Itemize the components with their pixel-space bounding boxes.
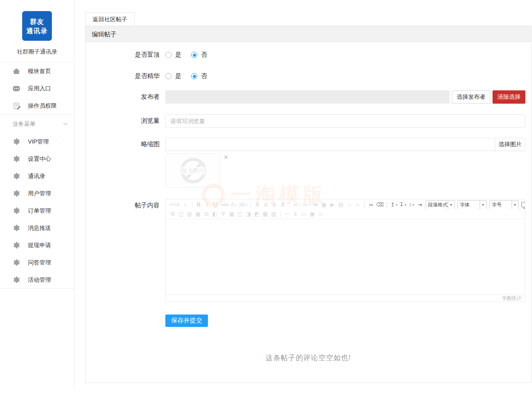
sidebar-section-business-menu[interactable]: 业务菜单: [0, 114, 74, 133]
align-right-icon[interactable]: ≣: [271, 200, 278, 209]
merge-cells-icon[interactable]: ▦: [228, 210, 235, 218]
ordered-list-icon[interactable]: ≔: [293, 200, 301, 210]
attachment-icon[interactable]: ▤: [337, 200, 344, 209]
featured-radio-no[interactable]: 否: [191, 72, 207, 80]
sidebar-item-contacts[interactable]: 通讯录: [0, 167, 74, 185]
table-properties-icon[interactable]: ◫: [178, 210, 184, 218]
font-size-select[interactable]: 字号: [489, 200, 519, 210]
sidebar-item-settings[interactable]: 设置中心: [0, 150, 74, 167]
thumbnail-preview: 暂无图片: [165, 153, 221, 188]
paragraph-spacing-bottom-icon[interactable]: ↧: [399, 200, 406, 210]
section-label: 业务菜单: [12, 120, 35, 128]
page-break-icon[interactable]: ▭: [301, 210, 307, 218]
publisher-row: 发布者 选择发布者 清除选择: [86, 90, 531, 104]
sidebar-item-operator-permission[interactable]: 操作员权限: [0, 97, 74, 114]
pin-radio-yes[interactable]: 是: [165, 51, 181, 59]
font-family-select[interactable]: 字体: [458, 200, 487, 210]
html-source-icon[interactable]: HTML: [169, 200, 180, 209]
sidebar-item-orders[interactable]: 订单管理: [0, 202, 74, 219]
split-rows-icon[interactable]: ▩: [262, 210, 269, 218]
sidebar-item-withdraw[interactable]: 提现申请: [0, 237, 74, 254]
split-columns-icon[interactable]: ▨: [270, 210, 277, 218]
link-icon[interactable]: ∞: [368, 200, 374, 209]
featured-radio-yes[interactable]: 是: [165, 72, 181, 80]
paragraph-spacing-top-icon[interactable]: ↥: [390, 200, 397, 210]
views-label: 浏览量: [86, 117, 160, 125]
merge-right-icon[interactable]: ◨: [245, 210, 252, 218]
emoji-icon[interactable]: ☺: [354, 200, 361, 209]
tab-back-to-community-posts[interactable]: 返回社区帖子: [85, 12, 135, 26]
thumbnail-input[interactable]: [166, 138, 495, 151]
strikethrough-icon[interactable]: ABC: [221, 200, 229, 209]
chevron-down-icon: [448, 201, 454, 209]
insert-column-icon[interactable]: ◧: [211, 210, 218, 218]
blockquote-icon[interactable]: 66: [312, 200, 319, 209]
panel-header: 编辑帖子: [86, 26, 531, 42]
sidebar-item-app-entry[interactable]: 应用入口: [0, 80, 74, 97]
image-icon[interactable]: ▣: [321, 200, 327, 209]
paragraph-format-select[interactable]: 段落格式: [426, 200, 455, 210]
select-publisher-button[interactable]: 选择发布者: [452, 90, 490, 104]
views-input[interactable]: [165, 114, 525, 128]
table-title-icon[interactable]: ▤: [186, 210, 193, 218]
document-pen-icon: [12, 102, 20, 109]
insert-table-icon[interactable]: ⊞: [169, 210, 176, 218]
delete-column-icon[interactable]: Ψ: [220, 210, 227, 218]
sidebar-item-users[interactable]: 用户管理: [0, 185, 74, 202]
remove-thumbnail-icon[interactable]: ×: [223, 154, 228, 160]
split-cell-icon[interactable]: ◫: [237, 210, 243, 218]
sidebar-item-push[interactable]: 消息推送: [0, 219, 74, 237]
clear-publisher-button[interactable]: 清除选择: [493, 90, 525, 104]
sidebar-item-qa[interactable]: 问答管理: [0, 254, 74, 271]
eraser-icon[interactable]: ⌫: [376, 200, 383, 209]
submit-row: 保存并提交: [165, 315, 531, 327]
toolbar-separator: [289, 202, 289, 208]
table-header-icon[interactable]: ▦: [195, 210, 201, 218]
chevron-down-icon: [480, 201, 486, 209]
fullscreen-icon[interactable]: [521, 202, 525, 207]
radio-unchecked-icon: [165, 52, 172, 58]
sidebar-item-module-home[interactable]: 模块首页: [0, 62, 74, 80]
indent-icon[interactable]: ⇥: [417, 200, 423, 209]
gear-icon: [12, 276, 20, 283]
sidebar-item-vip[interactable]: VIP管理: [0, 133, 74, 150]
radio-unchecked-icon: [165, 73, 172, 79]
publisher-group: 选择发布者 清除选择: [165, 90, 525, 104]
editor-toolbar-row1: HTML⌕BIUABCAab≣≣≣≣≔≔66▣▶▤♪☺∞⌫↥↧↕⇥ 段落格式 字…: [166, 199, 525, 209]
rich-text-editor: HTML⌕BIUABCAab≣≣≣≣≔≔66▣▶▤♪☺∞⌫↥↧↕⇥ 段落格式 字…: [165, 199, 525, 302]
line-height-icon[interactable]: ↕: [408, 200, 415, 210]
radio-checked-icon: [191, 73, 197, 79]
logo-text-line1: 群友: [30, 17, 44, 26]
align-left-icon[interactable]: ≣: [254, 200, 261, 209]
sidebar-item-activity[interactable]: 活动管理: [0, 271, 74, 288]
save-submit-button[interactable]: 保存并提交: [165, 315, 208, 327]
font-color-icon[interactable]: A: [231, 200, 237, 210]
select-image-button[interactable]: 选择图片: [495, 138, 525, 151]
align-center-icon[interactable]: ≣: [262, 200, 269, 209]
insert-row-icon[interactable]: ⊟: [203, 210, 210, 218]
logo-text-line2: 通讯录: [27, 26, 48, 35]
pin-radio-no[interactable]: 否: [191, 51, 207, 59]
gear-icon: [12, 138, 20, 145]
preview-icon[interactable]: ⌕: [182, 200, 189, 209]
italic-icon[interactable]: I: [204, 200, 211, 209]
publisher-input[interactable]: [165, 90, 450, 104]
paste-icon[interactable]: ▱: [317, 210, 324, 218]
editor-content-area[interactable]: [166, 219, 525, 295]
bold-icon[interactable]: B: [196, 200, 202, 209]
template-icon[interactable]: ▣: [309, 210, 316, 218]
publisher-label: 发布者: [86, 93, 160, 101]
music-icon[interactable]: ♪: [346, 200, 352, 209]
horizontal-rule-icon[interactable]: —: [284, 210, 290, 218]
highlight-color-icon[interactable]: ab: [239, 200, 247, 210]
anchor-icon[interactable]: ⚓: [292, 210, 299, 218]
underline-icon[interactable]: U: [212, 200, 219, 209]
home-icon: [12, 68, 20, 75]
align-justify-icon[interactable]: ≣: [279, 200, 286, 209]
merge-down-icon[interactable]: ◩: [254, 210, 260, 218]
sidebar: 群友 通讯录 社群圈子通讯录 模块首页 应用入口 操作员权限 业务菜单: [0, 0, 74, 390]
video-icon[interactable]: ▶: [329, 200, 336, 209]
toolbar-separator: [250, 202, 251, 208]
unordered-list-icon[interactable]: ≔: [302, 200, 310, 210]
thumbnail-input-group: 选择图片: [165, 138, 525, 151]
